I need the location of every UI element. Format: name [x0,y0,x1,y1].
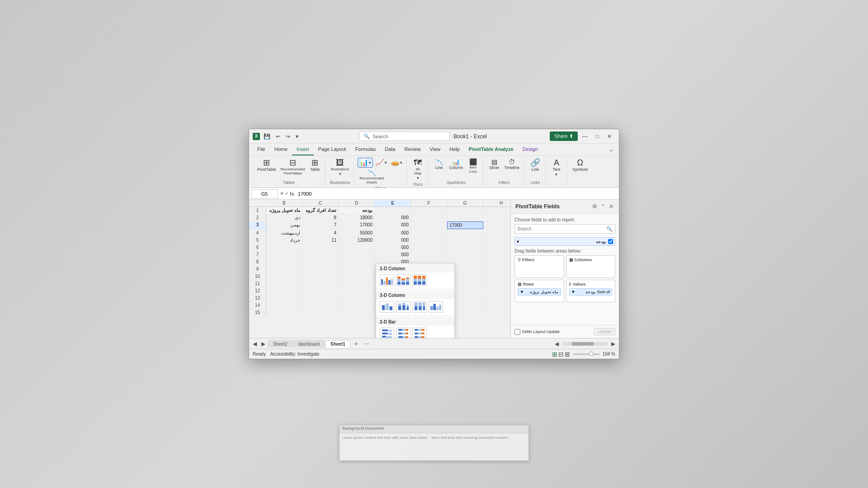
cell-c10[interactable] [302,273,339,280]
cell-f3[interactable] [411,221,447,229]
cell-d2[interactable]: 18000 [339,214,375,221]
cell-d8[interactable] [339,258,375,265]
stacked-column-icon[interactable] [396,274,410,286]
cell-b2[interactable]: دی [266,214,302,221]
cell-c2[interactable]: 8 [302,214,339,221]
quick-access-more[interactable]: ▾ [294,132,300,141]
cell-g6[interactable] [447,244,483,251]
update-button[interactable]: Update [594,328,615,335]
tab-design[interactable]: Design [518,144,542,155]
page-break-view-button[interactable]: ⊠ [565,351,570,358]
cell-c8[interactable] [302,258,339,265]
cell-h12[interactable] [483,287,510,294]
enter-formula-icon[interactable]: ✓ [285,191,289,197]
cell-c3[interactable]: 7 [302,221,339,229]
title-search-bar[interactable]: 🔍 Search [359,131,450,141]
cell-d3[interactable]: 17000 [339,221,375,229]
3d-clustered-column-icon[interactable] [380,301,394,313]
cell-g2[interactable] [447,214,483,221]
scrollbar-thumb[interactable] [571,342,594,346]
pivot-rows-item[interactable]: ماه تحویل پروژه ▼ [518,288,561,296]
cell-b8[interactable] [266,258,302,265]
cell-d12[interactable] [339,287,375,294]
cell-b13[interactable] [266,295,302,301]
cell-f2[interactable] [411,214,447,221]
pivot-search-input[interactable] [515,225,604,233]
winloss-sparkline-button[interactable]: ⬛ Win/Loss [466,158,480,174]
defer-checkbox[interactable] [514,329,520,335]
scrollbar-right[interactable]: ▶ [609,340,617,348]
cell-d10[interactable] [339,273,375,280]
cell-d13[interactable] [339,295,375,301]
3d-100pct-column-icon[interactable] [412,301,427,313]
cell-c6[interactable] [302,244,339,251]
cell-h15[interactable] [483,309,510,316]
cell-b12[interactable] [266,287,302,294]
cell-h10[interactable] [483,273,510,280]
timeline-button[interactable]: ⏱ Timeline [502,158,521,171]
cell-e1[interactable] [375,207,411,214]
cell-reference-input[interactable] [251,189,278,198]
3d-all-column-icon[interactable] [429,301,443,313]
cell-h1[interactable] [483,207,510,214]
scrollbar-left[interactable]: ◀ [553,340,561,348]
line-chart-button[interactable]: 📈 ▾ [374,158,388,168]
pivot-search-box[interactable]: 🔍 [514,224,615,234]
clustered-bar-icon[interactable] [380,328,394,338]
cell-b14[interactable] [266,302,302,309]
cell-h7[interactable] [483,251,510,258]
cell-b7[interactable] [266,251,302,258]
cell-c15[interactable] [302,309,339,316]
cell-e7[interactable]: 000 [375,251,411,258]
100pct-stacked-column-icon[interactable] [412,274,427,286]
cell-c14[interactable] [302,302,339,309]
cell-f6[interactable] [411,244,447,251]
cell-g7[interactable] [447,251,483,258]
cell-h9[interactable] [483,266,510,272]
cell-h3[interactable] [483,221,510,229]
zoom-thumb[interactable] [589,352,594,356]
sheet-nav-right[interactable]: ▶ [259,340,267,348]
tab-home[interactable]: Home [270,144,292,155]
pivot-values-item[interactable]: Sum of بودجه ▼ [569,288,613,296]
cell-e2[interactable]: 000 [375,214,411,221]
cell-c13[interactable] [302,295,339,301]
stacked-bar-icon[interactable] [396,328,410,338]
cell-c5[interactable]: 11 [302,237,339,244]
cell-b5[interactable]: خرداد [266,237,302,244]
cell-b15[interactable] [266,309,302,316]
recommended-pivottables-button[interactable]: ⊟ RecommendedPivotTables [279,158,307,176]
cancel-formula-icon[interactable]: ✕ [280,191,284,197]
insert-function-icon[interactable]: fx [290,191,294,197]
3d-map-button[interactable]: 🗺 3DMap ▾ [410,158,425,181]
normal-view-button[interactable]: ⊞ [552,351,557,358]
cell-c9[interactable] [302,266,339,272]
cell-h6[interactable] [483,244,510,251]
slicer-button[interactable]: ▤ Slicer [487,158,501,171]
cell-h4[interactable] [483,230,510,236]
cell-d15[interactable] [339,309,375,316]
cell-b6[interactable] [266,244,302,251]
recommended-charts-button[interactable]: 📉 RecommendedCharts [358,169,386,185]
save-button[interactable]: 💾 [262,132,272,141]
cell-f5[interactable] [411,237,447,244]
cell-c7[interactable] [302,251,339,258]
cell-c4[interactable]: 4 [302,230,339,236]
sheet-nav-left[interactable]: ◀ [251,340,259,348]
page-layout-view-button[interactable]: ⊟ [558,351,564,358]
cell-f4[interactable] [411,230,447,236]
add-sheet-button[interactable]: ＋ [351,340,361,348]
cell-d1[interactable]: بودجه [339,207,375,214]
cell-h2[interactable] [483,214,510,221]
line-sparkline-button[interactable]: 📉 Line [432,158,446,171]
link-button[interactable]: 🔗 Link [528,158,542,173]
3d-stacked-column-icon[interactable] [396,301,410,313]
cell-d14[interactable] [339,302,375,309]
cell-f1[interactable] [411,207,447,214]
illustrations-button[interactable]: 🖼 Illustrations ▾ [329,158,351,177]
pivot-field-item[interactable]: بودجه ▾ [514,237,615,246]
cell-e5[interactable]: 000 [375,237,411,244]
cell-d6[interactable] [339,244,375,251]
ribbon-collapse-btn[interactable]: ⌄ [607,145,615,154]
cell-h8[interactable] [483,258,510,265]
